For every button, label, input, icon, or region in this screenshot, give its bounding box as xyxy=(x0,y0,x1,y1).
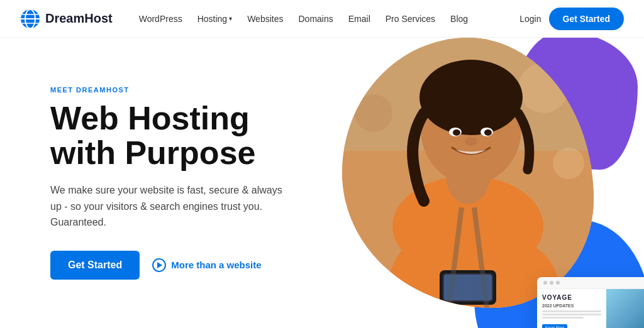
card-dot-1 xyxy=(543,281,547,285)
card-know-more-button[interactable]: Know More xyxy=(542,324,567,328)
card-desc-line-1 xyxy=(542,310,601,312)
card-header xyxy=(537,277,644,289)
card-desc-line-2 xyxy=(542,314,601,315)
card-dot-3 xyxy=(556,281,560,285)
card-image xyxy=(606,289,644,328)
svg-point-17 xyxy=(453,129,460,136)
more-than-website-link[interactable]: More than a website xyxy=(152,258,261,272)
hero-description: We make sure your website is fast, secur… xyxy=(50,182,289,231)
nav-domains[interactable]: Domains xyxy=(292,10,339,28)
svg-point-9 xyxy=(553,148,584,179)
card-left: VOYAGE 2022 UPDATES Know More xyxy=(537,289,606,328)
website-card: VOYAGE 2022 UPDATES Know More THE WORLD … xyxy=(537,277,644,328)
card-body: VOYAGE 2022 UPDATES Know More THE WORLD … xyxy=(537,289,644,328)
person-photo xyxy=(342,38,594,308)
nav-actions: Login Get Started xyxy=(519,8,624,30)
svg-point-19 xyxy=(465,137,477,146)
nav-blog[interactable]: Blog xyxy=(444,10,474,28)
play-icon xyxy=(152,258,166,272)
hero-title: Web Hosting with Purpose xyxy=(50,101,352,170)
nav-email[interactable]: Email xyxy=(342,10,377,28)
card-right: THE WORLD AROUN▐ 🗼 xyxy=(606,289,644,328)
logo-text: DreamHost xyxy=(45,11,113,26)
card-site-name: VOYAGE xyxy=(542,294,601,301)
card-year-badge: 2022 UPDATES xyxy=(542,303,601,308)
nav-websites[interactable]: Websites xyxy=(241,10,289,28)
nav-wordpress[interactable]: WordPress xyxy=(133,10,189,28)
nav-links: WordPress Hosting Websites Domains Email… xyxy=(133,10,520,28)
svg-point-18 xyxy=(484,129,492,136)
nav-get-started-button[interactable]: Get Started xyxy=(549,8,624,30)
login-link[interactable]: Login xyxy=(519,14,541,24)
hero-actions: Get Started More than a website xyxy=(50,251,352,280)
hero-get-started-button[interactable]: Get Started xyxy=(50,251,140,280)
hero-content: MEET DREAMHOST Web Hosting with Purpose … xyxy=(50,86,352,280)
main-blob xyxy=(342,38,594,308)
card-desc-line-3 xyxy=(542,317,584,319)
navbar: DreamHost WordPress Hosting Websites Dom… xyxy=(0,0,644,38)
nav-hosting[interactable]: Hosting xyxy=(191,10,238,28)
hero-image-area: VOYAGE 2022 UPDATES Know More THE WORLD … xyxy=(330,38,644,328)
card-dot-2 xyxy=(550,281,553,285)
nav-pro-services[interactable]: Pro Services xyxy=(379,10,441,28)
meet-label: MEET DREAMHOST xyxy=(50,86,352,94)
logo[interactable]: DreamHost xyxy=(20,9,113,29)
hero-section: MEET DREAMHOST Web Hosting with Purpose … xyxy=(0,38,644,328)
svg-point-7 xyxy=(518,63,569,113)
svg-point-8 xyxy=(355,94,392,132)
